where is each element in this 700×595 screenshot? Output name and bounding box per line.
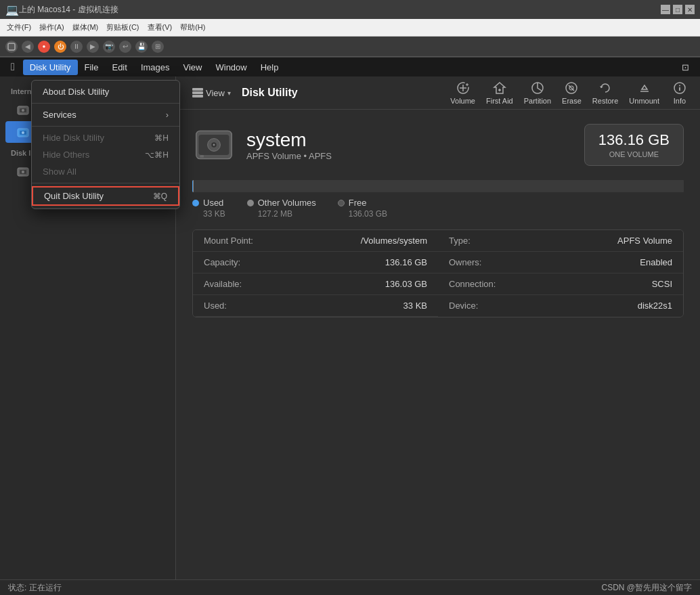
menu-quit-disk-utility[interactable]: Quit Disk Utility ⌘Q: [32, 186, 179, 206]
menu-help[interactable]: Help: [254, 60, 286, 75]
mount-value: /Volumes/system: [361, 236, 427, 246]
used-legend-label: Used: [203, 198, 223, 208]
disk-header: system APFS Volume • APFS 136.16 GB ONE …: [192, 123, 684, 167]
used-dot: [192, 200, 199, 206]
used-legend-value: 33 KB: [192, 209, 225, 219]
toolbar-action-erase[interactable]: Erase: [562, 81, 582, 105]
win-menu-action[interactable]: 操作(A): [37, 22, 67, 33]
svg-point-9: [22, 171, 24, 173]
disk-info-panel: system APFS Volume • APFS 136.16 GB ONE …: [176, 110, 700, 579]
connection-key: Connection:: [449, 279, 496, 289]
owners-value: Enabled: [640, 257, 672, 267]
win-menu-media[interactable]: 媒体(M): [70, 22, 102, 33]
menu-view[interactable]: View: [177, 60, 209, 75]
menu-about-disk-utility[interactable]: About Disk Utility: [32, 83, 179, 100]
icon-toolbar: ◀ ● ⏻ ⏸ ▶ 📷 ↩ 💾 ⊞: [0, 37, 700, 57]
disk-subtitle: APFS Volume • APFS: [246, 151, 573, 161]
usage-bar: [192, 180, 684, 192]
status-left: 状态: 正在运行: [8, 582, 62, 594]
win-menu-view[interactable]: 查看(V): [145, 22, 175, 33]
menu-edit[interactable]: Edit: [105, 60, 133, 75]
menu-file[interactable]: File: [78, 60, 106, 75]
toolbar-action-firstaid[interactable]: First Aid: [486, 81, 513, 105]
partition-icon: [528, 81, 547, 95]
toolbar-action-unmount[interactable]: Unmount: [629, 81, 659, 105]
win-menu-help[interactable]: 帮助(H): [177, 22, 208, 33]
menu-disk-utility[interactable]: Disk Utility: [23, 60, 78, 75]
legend-used: Used 33 KB: [192, 198, 225, 219]
menu-separator-2: [32, 126, 179, 127]
menu-show-all[interactable]: Show All: [32, 163, 179, 180]
status-right: CSDN @暂先用这个留字: [601, 582, 692, 594]
maximize-button[interactable]: □: [673, 5, 682, 14]
other-dot: [247, 200, 254, 206]
apple-logo[interactable]: : [5, 61, 20, 73]
services-arrow: ›: [166, 110, 169, 120]
menu-window[interactable]: Window: [209, 60, 253, 75]
firstaid-label: First Aid: [486, 97, 513, 105]
toolbar-power-btn[interactable]: ⏻: [54, 41, 66, 53]
used-value: 33 KB: [403, 301, 427, 311]
disk-size-unit: ONE VOLUME: [598, 150, 670, 158]
title-bar: 💻 上的 Macos14 - 虚拟机连接 — □ ✕: [0, 0, 700, 19]
usage-bar-free: [194, 180, 684, 192]
toolbar-back-btn[interactable]: ◀: [22, 41, 34, 53]
toolbar-action-info[interactable]: Info: [670, 81, 689, 105]
toolbar-action-volume[interactable]: Volume: [450, 81, 475, 105]
info-row-available: Available: 136.03 GB: [193, 273, 438, 295]
win-menu-clipboard[interactable]: 剪贴板(C): [104, 22, 141, 33]
partition-label: Partition: [524, 97, 551, 105]
menu-images[interactable]: Images: [134, 60, 177, 75]
firstaid-icon: [490, 81, 509, 95]
minimize-button[interactable]: —: [661, 5, 670, 14]
toolbar-play-btn[interactable]: ▶: [87, 41, 99, 53]
free-legend-label: Free: [349, 198, 367, 208]
menubar-expand-icon: ⊡: [676, 62, 695, 72]
toolbar-undo-btn[interactable]: ↩: [119, 41, 131, 53]
info-row-owners: Owners: Enabled: [438, 252, 683, 273]
info-grid: Mount Point: /Volumes/system Type: APFS …: [192, 229, 684, 317]
uefi-disk-icon: [16, 103, 30, 116]
info-row-device: Device: disk22s1: [438, 295, 683, 317]
view-dropdown-arrow: ▾: [227, 89, 231, 97]
unmount-label: Unmount: [629, 97, 659, 105]
toolbar-action-restore[interactable]: Restore: [592, 81, 619, 105]
restore-icon: [596, 81, 615, 95]
toolbar-action-partition[interactable]: Partition: [524, 81, 551, 105]
menu-hide-others[interactable]: Hide Others ⌥⌘H: [32, 146, 179, 163]
close-button[interactable]: ✕: [685, 5, 695, 14]
disk-name: system: [246, 129, 573, 151]
info-row-capacity: Capacity: 136.16 GB: [193, 252, 438, 273]
restore-label: Restore: [592, 97, 619, 105]
view-button[interactable]: View ▾: [187, 85, 236, 101]
available-key: Available:: [204, 279, 242, 289]
disk-name-info: system APFS Volume • APFS: [246, 129, 573, 161]
system-disk-icon: [16, 125, 30, 139]
svg-rect-0: [8, 43, 15, 50]
toolbar-title: Disk Utility: [242, 87, 298, 99]
svg-rect-34: [200, 155, 204, 158]
macos-base-disk-icon: [16, 164, 30, 178]
toolbar-pause-btn[interactable]: ⏸: [70, 41, 83, 53]
menu-hide-disk-utility[interactable]: Hide Disk Utility ⌘H: [32, 129, 179, 146]
owners-key: Owners:: [449, 257, 481, 267]
svg-point-3: [22, 109, 24, 112]
toolbar-icon-1[interactable]: [5, 41, 18, 53]
toolbar-screenshot-btn[interactable]: 📷: [103, 41, 115, 53]
svg-rect-12: [192, 95, 203, 97]
mount-key: Mount Point:: [204, 236, 253, 246]
info-row-connection: Connection: SCSI: [438, 273, 683, 295]
legend-free: Free 136.03 GB: [338, 198, 387, 219]
menu-services[interactable]: Services ›: [32, 106, 179, 123]
toolbar-record-btn[interactable]: ●: [38, 41, 50, 53]
toolbar-grid-btn[interactable]: ⊞: [152, 41, 164, 53]
toolbar-save-btn[interactable]: 💾: [135, 41, 148, 53]
capacity-key: Capacity:: [204, 257, 240, 267]
svg-point-33: [213, 144, 215, 146]
erase-icon: [562, 81, 581, 95]
disk-size-number: 136.16 GB: [598, 131, 670, 149]
free-dot: [338, 200, 345, 206]
info-label: Info: [674, 97, 686, 105]
win-menu-file[interactable]: 文件(F): [4, 22, 34, 33]
device-key: Device:: [449, 301, 478, 311]
